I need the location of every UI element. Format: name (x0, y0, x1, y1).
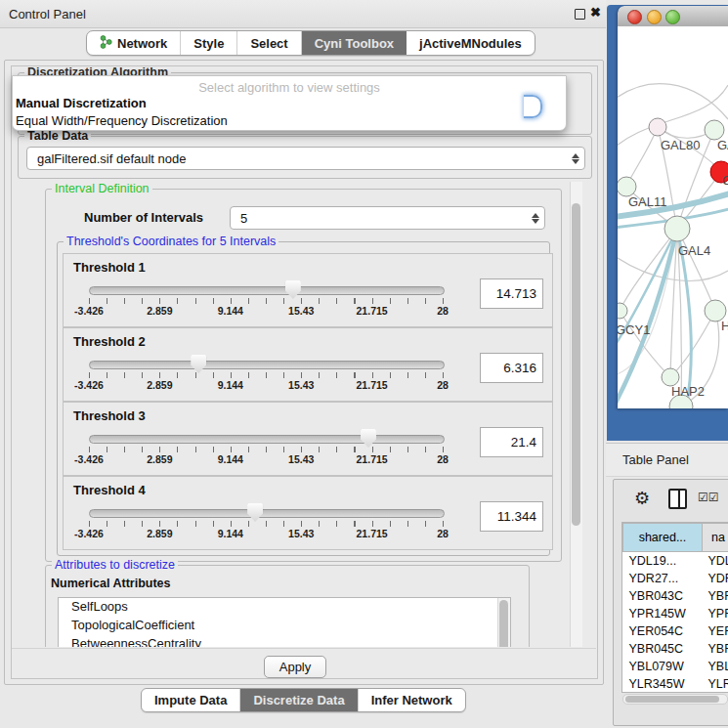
slider-ticks (89, 372, 444, 378)
tab-style-label: Style (193, 36, 224, 51)
tick-label: 28 (437, 528, 449, 539)
cell[interactable]: YBR0 (703, 640, 728, 658)
settings-scrollbar[interactable] (570, 182, 582, 647)
cell[interactable]: YPR1 (703, 605, 728, 622)
slider-track[interactable] (89, 361, 445, 369)
tick-label: 28 (437, 305, 449, 317)
numerical-attributes-list[interactable]: SelfLoops TopologicalCoefficient Between… (58, 597, 511, 647)
column-header-name[interactable]: na (703, 524, 728, 552)
slider-track[interactable] (89, 435, 445, 444)
cell[interactable]: YLR345W (623, 675, 703, 693)
table-row[interactable]: YPR145WYPR1 (623, 605, 728, 622)
cell[interactable]: YER054C (623, 622, 703, 640)
tab-infer-network[interactable]: Infer Network (359, 689, 465, 711)
table-row[interactable]: YBR045CYBR0 (623, 640, 728, 658)
cell[interactable]: YDR27... (623, 570, 703, 587)
tab-style[interactable]: Style (181, 31, 237, 55)
tab-cyni-toolbox[interactable]: Cyni Toolbox (302, 31, 407, 55)
cell[interactable]: YDR2 (703, 570, 728, 587)
close-icon[interactable]: ✖ (590, 5, 601, 20)
threshold-3-label: Threshold 3 (73, 408, 146, 423)
slider-tick-labels: -3.426 2.859 9.144 15.43 21.715 28 (89, 528, 443, 540)
node-gal11[interactable] (618, 177, 636, 196)
table-header-row: shared... na (623, 524, 728, 552)
settings-scroll-viewport: Interval Definition Number of Intervals … (13, 182, 570, 647)
cell[interactable]: YBR0 (703, 587, 728, 605)
split-columns-icon[interactable] (668, 489, 687, 509)
node-gcy1[interactable] (618, 303, 627, 319)
algorithm-option-manual[interactable]: Manual Discretization (13, 95, 566, 112)
threshold-1-slider-thumb[interactable] (285, 280, 301, 299)
table-panel-title: Table Panel (622, 452, 689, 467)
slider-track[interactable] (89, 286, 445, 295)
tick-label: 2.859 (147, 305, 172, 317)
cell[interactable]: YBL0 (703, 658, 728, 675)
threshold-3-value-field[interactable]: 21.4 (480, 427, 543, 457)
tab-network[interactable]: Network (87, 31, 181, 55)
list-item[interactable]: BetweennessCentrality (59, 635, 510, 647)
algorithm-placeholder-option[interactable]: Select algorithm to view settings (13, 76, 566, 95)
float-window-icon[interactable] (575, 9, 585, 20)
threshold-4-slider-thumb[interactable] (247, 503, 263, 522)
cell[interactable]: YBL079W (623, 658, 703, 675)
algorithm-combobox-focus-ring (524, 95, 542, 118)
network-window-titlebar[interactable] (618, 6, 728, 27)
column-header-shared-name[interactable]: shared... (623, 524, 703, 552)
node[interactable] (705, 120, 724, 140)
minimize-traffic-light-icon[interactable] (647, 10, 662, 24)
zoom-traffic-light-icon[interactable] (665, 10, 680, 24)
gear-icon[interactable]: ⚙ (634, 488, 650, 509)
list-item[interactable]: TopologicalCoefficient (59, 617, 510, 635)
cell[interactable]: YBR045C (623, 640, 703, 658)
attributes-list-scrollbar[interactable] (497, 598, 510, 647)
cell[interactable]: YDL19... (623, 552, 703, 571)
cell[interactable]: YER0 (703, 622, 728, 640)
tab-select-label: Select (250, 36, 287, 51)
tick-label: 9.144 (218, 453, 243, 465)
table-row[interactable]: YER054CYER0 (623, 622, 728, 640)
tab-jactivemnodules[interactable]: jActiveMNodules (407, 31, 535, 55)
network-canvas[interactable]: GAL80 GA C GAL11 GAL4 GCY1 H HAP2 (618, 26, 728, 408)
tab-impute-data[interactable]: Impute Data (142, 689, 240, 711)
tick-label: 15.43 (288, 305, 314, 317)
table-row[interactable]: YBR043CYBR0 (623, 587, 728, 605)
table-data-combobox[interactable]: galFiltered.sif default node (26, 147, 585, 170)
algorithm-option-equal-width[interactable]: Equal Width/Frequency Discretization (13, 112, 566, 130)
close-traffic-light-icon[interactable] (627, 10, 642, 24)
cell[interactable]: YBR043C (623, 587, 703, 605)
threshold-4-value-field[interactable]: 11.344 (480, 501, 543, 532)
threshold-1-value-field[interactable]: 14.713 (480, 278, 543, 309)
threshold-2-panel: Threshold 2 -3.426 2.859 9.144 15.43 21.… (63, 327, 553, 402)
tick-label: 15.43 (288, 379, 314, 391)
table-data-group: Table Data galFiltered.sif default node (18, 136, 592, 179)
tab-select[interactable]: Select (237, 31, 301, 55)
select-columns-icon[interactable]: ☑☑ (698, 491, 719, 504)
scrollbar-thumb[interactable] (572, 203, 580, 526)
table-horizontal-scrollbar[interactable] (622, 694, 728, 705)
tab-impute-data-label: Impute Data (154, 693, 227, 707)
tick-label: 2.859 (147, 379, 172, 391)
slider-track[interactable] (89, 509, 445, 518)
cell[interactable]: YPR145W (623, 605, 703, 622)
table-row[interactable]: YDL19...YDL1 (623, 552, 728, 571)
table-row[interactable]: YLR345WYLR3 (623, 675, 728, 693)
cell[interactable]: YDL1 (703, 552, 728, 571)
table-row[interactable]: YDR27...YDR2 (623, 570, 728, 587)
tab-discretize-data[interactable]: Discretize Data (240, 689, 358, 711)
attributes-group: Attributes to discretize Numerical Attri… (45, 565, 530, 647)
table-row[interactable]: YBL079WYBL0 (623, 658, 728, 675)
node-gal80[interactable] (649, 118, 666, 136)
threshold-2-slider-thumb[interactable] (191, 355, 206, 373)
list-item[interactable]: SelfLoops (59, 598, 510, 617)
threshold-3-slider-thumb[interactable] (361, 429, 376, 448)
number-of-intervals-combobox[interactable]: 5 (230, 206, 545, 230)
node-label: GAL11 (628, 194, 667, 209)
threshold-2-value-field[interactable]: 6.316 (480, 353, 543, 383)
node-gal4[interactable] (664, 216, 690, 241)
apply-button[interactable]: Apply (264, 656, 326, 678)
cell[interactable]: YLR3 (703, 675, 728, 693)
interval-definition-group: Interval Definition Number of Intervals … (45, 189, 562, 562)
scrollbar-thumb[interactable] (625, 696, 719, 703)
tab-jactivemnodules-label: jActiveMNodules (419, 36, 522, 51)
scrollbar-thumb[interactable] (499, 600, 508, 647)
